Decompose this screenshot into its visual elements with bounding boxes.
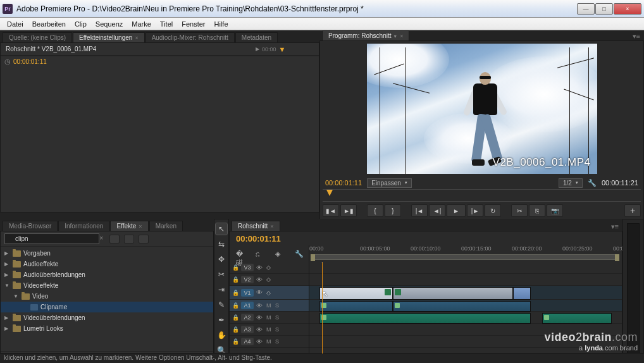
hand-tool[interactable]: ✋ bbox=[216, 329, 227, 341]
lock-icon[interactable]: 🔒 bbox=[232, 276, 238, 283]
menu-bearbeiten[interactable]: Bearbeiten bbox=[28, 20, 70, 28]
effect-controls-timecode[interactable]: 00:00:01:11 bbox=[13, 58, 47, 65]
tree-item[interactable]: ▼Videoeffekte bbox=[1, 280, 213, 291]
window-close-button[interactable]: × bbox=[614, 3, 641, 15]
disclosure-icon[interactable]: ▼ bbox=[13, 293, 19, 299]
set-out-button[interactable]: } bbox=[385, 204, 401, 217]
menu-marke[interactable]: Marke bbox=[127, 20, 156, 28]
tree-item[interactable]: ▶Audioeffekte bbox=[1, 259, 213, 269]
tree-item[interactable]: Clipname bbox=[1, 302, 213, 312]
wrench-icon[interactable]: 🔧 bbox=[295, 250, 302, 257]
marker-icon[interactable]: ◈ bbox=[275, 250, 283, 257]
tree-item[interactable]: ▶Lumetri Looks bbox=[1, 323, 213, 334]
track-header-v2[interactable]: 🔒V2👁◇ bbox=[230, 274, 309, 286]
track-header-a4[interactable]: 🔒A4👁M S bbox=[230, 336, 309, 348]
close-icon[interactable]: × bbox=[135, 35, 138, 41]
timeline-clip[interactable] bbox=[319, 287, 393, 300]
eye-icon[interactable]: 👁 bbox=[256, 338, 264, 345]
window-maximize-button[interactable]: □ bbox=[595, 3, 613, 15]
track-header-a3[interactable]: 🔒A3👁M S bbox=[230, 324, 309, 336]
snap-icon[interactable]: �磁 bbox=[236, 250, 244, 257]
track-header-a2[interactable]: 🔒A2👁M S bbox=[230, 312, 309, 324]
close-icon[interactable]: × bbox=[400, 33, 403, 39]
tab-audio-mixer[interactable]: Audioclip-Mixer: Rohschnitt bbox=[146, 32, 235, 42]
lift-button[interactable]: ✂ bbox=[511, 204, 528, 217]
mark-out-button[interactable]: ►▮ bbox=[340, 204, 357, 217]
menu-sequenz[interactable]: Sequenz bbox=[91, 20, 127, 28]
timeline-timecode[interactable]: 00:00:01:11 bbox=[236, 234, 281, 243]
effects-tree[interactable]: ▶Vorgaben▶Audioeffekte▶Audioüberblendung… bbox=[1, 247, 213, 351]
timeline-clip[interactable] bbox=[319, 313, 531, 324]
disclosure-icon[interactable]: ▶ bbox=[4, 315, 10, 321]
wrench-icon[interactable]: 🔧 bbox=[588, 179, 597, 187]
fx-badge-accel-icon[interactable] bbox=[109, 235, 120, 243]
tab-program[interactable]: Programm: Rohschnitt ▼× bbox=[322, 30, 409, 40]
timeline-playhead[interactable] bbox=[322, 262, 323, 354]
disclosure-icon[interactable]: ▶ bbox=[4, 250, 10, 256]
disclosure-icon[interactable]: ▶ bbox=[4, 272, 10, 278]
program-mini-ruler[interactable] bbox=[323, 189, 641, 202]
timeline-clip[interactable] bbox=[542, 313, 612, 324]
eye-icon[interactable]: 👁 bbox=[256, 264, 264, 271]
playhead-icon[interactable]: ▼ bbox=[279, 46, 286, 53]
timeline-clip[interactable] bbox=[513, 287, 531, 300]
work-area-bar[interactable] bbox=[311, 254, 619, 260]
ripple-edit-tool[interactable]: ✥ bbox=[216, 254, 227, 265]
close-icon[interactable]: × bbox=[139, 223, 142, 230]
eye-icon[interactable]: 👁 bbox=[256, 276, 264, 283]
program-fit-dropdown[interactable]: Einpassen bbox=[367, 178, 412, 188]
tree-item[interactable]: ▼Video bbox=[1, 291, 213, 302]
pen-tool[interactable]: ✎ bbox=[216, 299, 227, 311]
goto-in-button[interactable]: |◄ bbox=[411, 204, 428, 217]
extract-button[interactable]: ⎘ bbox=[529, 204, 545, 217]
program-timecode-in[interactable]: 00:00:01:11 bbox=[325, 179, 362, 187]
step-forward-button[interactable]: |► bbox=[467, 204, 483, 217]
lock-icon[interactable]: 🔒 bbox=[232, 338, 238, 345]
panel-menu-icon[interactable]: ▾≡ bbox=[607, 223, 622, 231]
program-video-area[interactable]: V2B_0006_01.MP4 bbox=[320, 41, 643, 176]
caret-icon[interactable]: ▶ bbox=[256, 46, 259, 52]
tab-source[interactable]: Quelle: (keine Clips) bbox=[3, 32, 72, 42]
play-button[interactable]: ► bbox=[447, 204, 466, 217]
set-in-button[interactable]: { bbox=[367, 204, 383, 217]
tab-metadata[interactable]: Metadaten bbox=[235, 32, 278, 42]
disclosure-icon[interactable]: ▼ bbox=[4, 283, 10, 288]
timeline-clip[interactable] bbox=[393, 287, 513, 300]
track-header-v3[interactable]: 🔒V3👁◇ bbox=[230, 262, 309, 274]
tab-info[interactable]: Informationen bbox=[58, 221, 109, 231]
lock-icon[interactable]: 🔒 bbox=[232, 314, 238, 321]
fx-badge-yuv-icon[interactable] bbox=[139, 235, 149, 243]
timeline-clip[interactable] bbox=[319, 301, 393, 312]
disclosure-icon[interactable]: ▶ bbox=[4, 326, 10, 331]
track-select-tool[interactable]: ⇆ bbox=[216, 238, 227, 250]
track-header-v1[interactable]: 🔒V1👁◇ bbox=[230, 286, 309, 300]
tab-sequence[interactable]: Rohschnitt× bbox=[232, 221, 280, 231]
eye-icon[interactable]: 👁 bbox=[256, 289, 264, 296]
selection-tool[interactable]: ↖ bbox=[216, 223, 227, 235]
lock-icon[interactable]: 🔒 bbox=[232, 290, 238, 296]
goto-out-button[interactable]: ↻ bbox=[485, 204, 501, 217]
lock-icon[interactable]: 🔒 bbox=[232, 302, 238, 309]
timeline-ruler[interactable]: 00:0000:00:05:0000:00:10:0000:00:15:0000… bbox=[309, 245, 622, 262]
link-icon[interactable]: ⎌ bbox=[256, 250, 263, 257]
step-back-button[interactable]: ◄| bbox=[429, 204, 445, 217]
export-frame-button[interactable]: 📷 bbox=[547, 204, 563, 217]
tab-markers[interactable]: Marken bbox=[149, 221, 183, 231]
tree-item[interactable]: ▶Vorgaben bbox=[1, 248, 213, 259]
tab-effect-controls[interactable]: Effekteinstellungen× bbox=[73, 32, 145, 42]
close-icon[interactable]: × bbox=[270, 223, 273, 230]
tree-item[interactable]: ▶Videoüberblendungen bbox=[1, 312, 213, 323]
menu-titel[interactable]: Titel bbox=[156, 20, 177, 28]
track-header-a1[interactable]: 🔒A1👁M S bbox=[230, 300, 309, 312]
rate-stretch-tool[interactable]: ✒ bbox=[216, 314, 227, 326]
fx-badge-32bit-icon[interactable] bbox=[124, 235, 134, 243]
tab-effects[interactable]: Effekte× bbox=[110, 221, 148, 231]
razor-tool[interactable]: ✂ bbox=[216, 269, 227, 280]
menu-fenster[interactable]: Fenster bbox=[177, 20, 209, 28]
lock-icon[interactable]: 🔒 bbox=[232, 264, 238, 271]
menu-hilfe[interactable]: Hilfe bbox=[210, 20, 233, 28]
eye-icon[interactable]: 👁 bbox=[256, 302, 264, 309]
playhead-icon[interactable] bbox=[326, 190, 333, 196]
timeline-clip[interactable] bbox=[393, 301, 531, 312]
menu-clip[interactable]: Clip bbox=[70, 20, 91, 28]
